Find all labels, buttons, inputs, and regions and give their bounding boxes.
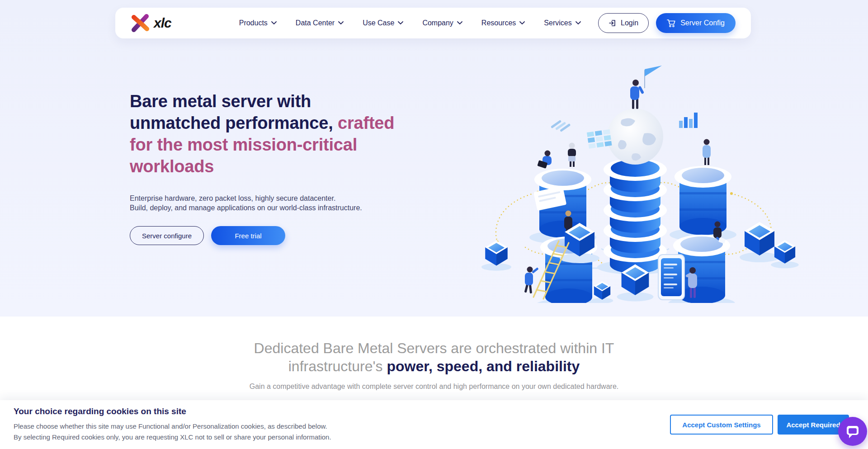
logo-icon	[131, 13, 150, 33]
bar-chart-glyph	[679, 113, 698, 128]
hero-buttons: Server configure Free trial	[130, 226, 410, 245]
free-trial-button[interactable]: Free trial	[211, 226, 285, 245]
iso-cube	[740, 222, 779, 262]
features-subtext: Gain a competitive advantage with comple…	[0, 383, 868, 391]
nav-item-company[interactable]: Company	[422, 19, 462, 27]
hero-heading: Bare metal server with unmatched perform…	[130, 90, 396, 177]
main-menu: Products Data Center Use Case Company Re…	[239, 19, 581, 27]
cookie-text: Your choice regarding cookies on this si…	[14, 406, 331, 443]
floating-tiles	[587, 129, 612, 149]
nav-actions: Login Server Config	[598, 13, 736, 33]
cookie-line-1: Please choose whether this site may use …	[14, 421, 331, 432]
globe	[607, 109, 663, 165]
nav-item-use-case[interactable]: Use Case	[363, 19, 403, 27]
chevron-down-icon	[398, 21, 403, 25]
server-cylinder	[670, 166, 736, 241]
person-figure-seated	[537, 151, 552, 169]
person-on-globe	[630, 80, 644, 109]
nav-item-resources[interactable]: Resources	[481, 19, 525, 27]
nav-item-data-center[interactable]: Data Center	[296, 19, 344, 27]
cookie-title: Your choice regarding cookies on this si…	[14, 406, 331, 416]
chevron-down-icon	[271, 21, 277, 25]
cookie-banner: Your choice regarding cookies on this si…	[0, 400, 868, 449]
hero-illustration	[466, 43, 805, 303]
login-button[interactable]: Login	[598, 13, 649, 33]
iso-cube	[591, 281, 613, 303]
server-configure-button[interactable]: Server configure	[130, 226, 204, 245]
hero-subtext: Enterprise hardware, zero packet loss, h…	[130, 194, 410, 213]
chevron-down-icon	[576, 21, 581, 25]
person-figure	[703, 139, 711, 165]
page: xlc Products Data Center Use Case Compan…	[0, 0, 868, 449]
floating-lines	[551, 117, 571, 135]
navbar: xlc Products Data Center Use Case Compan…	[115, 8, 751, 38]
phone	[658, 255, 684, 300]
cart-icon	[667, 19, 676, 28]
nav-item-services[interactable]: Services	[544, 19, 580, 27]
hero-heading-navy: Bare metal server with unmatched perform…	[130, 92, 333, 132]
hero-content: Bare metal server with unmatched perform…	[130, 90, 410, 245]
person-figure	[568, 143, 576, 167]
flag	[645, 66, 662, 88]
features-heading-bold: power, speed, and reliability	[387, 358, 580, 374]
iso-cube	[481, 241, 511, 271]
login-icon	[609, 19, 617, 27]
cookie-actions: Accept Custom Settings Accept Required	[670, 415, 849, 435]
features-heading: Dedicated Bare Metal Servers are orchest…	[226, 339, 642, 375]
logo[interactable]: xlc	[131, 13, 171, 33]
chevron-down-icon	[457, 21, 462, 25]
cookie-line-2: By selecting Required cookies only, you …	[14, 432, 331, 443]
nav-item-products[interactable]: Products	[239, 19, 277, 27]
server-config-button[interactable]: Server Config	[656, 13, 736, 33]
chevron-down-icon	[519, 21, 525, 25]
logo-text: xlc	[154, 15, 171, 31]
iso-cube	[771, 240, 799, 268]
chat-widget-button[interactable]	[838, 417, 867, 446]
datacenter-isometric-illustration	[466, 43, 805, 303]
chat-bubble-icon	[845, 424, 860, 439]
chevron-down-icon	[338, 21, 344, 25]
accept-custom-settings-button[interactable]: Accept Custom Settings	[670, 415, 773, 435]
